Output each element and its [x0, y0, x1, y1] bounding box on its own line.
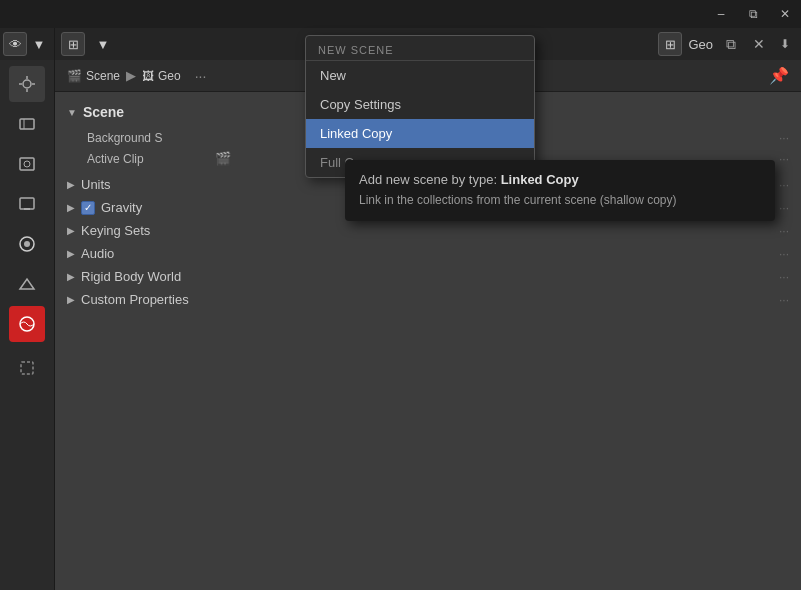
active-clip-label: Active Clip	[87, 152, 207, 166]
dropdown-menu: New Scene New Copy Settings Linked Copy …	[305, 35, 535, 178]
background-label: Background S	[87, 131, 207, 145]
keying-label: Keying Sets	[81, 223, 150, 238]
window-header: – ⧉ ✕	[0, 0, 801, 28]
audio-section[interactable]: ▶ Audio ···	[67, 242, 789, 265]
units-dots: ···	[779, 178, 789, 192]
audio-label: Audio	[81, 246, 114, 261]
gravity-label: Gravity	[101, 200, 142, 215]
units-arrow: ▶	[67, 179, 75, 190]
svg-rect-9	[20, 198, 34, 209]
svg-point-0	[23, 80, 31, 88]
panel-close-button[interactable]: ✕	[749, 34, 769, 54]
scene-icon: 🎬	[67, 69, 82, 83]
tooltip-title: Add new scene by type: Linked Copy	[359, 172, 761, 187]
custom-arrow: ▶	[67, 294, 75, 305]
geo-scene-icon: 🖼	[142, 69, 154, 83]
panel-dropdown[interactable]: ▼	[91, 32, 115, 56]
keying-section[interactable]: ▶ Keying Sets ···	[67, 219, 789, 242]
breadcrumb-arrow: ▶	[126, 68, 136, 83]
sidebar-icon-scene[interactable]	[9, 266, 45, 302]
rigidbody-label: Rigid Body World	[81, 269, 181, 284]
breadcrumb-dots[interactable]: ···	[195, 68, 207, 84]
breadcrumb-scene: 🎬 Scene	[67, 69, 120, 83]
svg-rect-5	[20, 119, 34, 129]
tooltip-description: Link in the collections from the current…	[359, 191, 761, 209]
svg-point-12	[24, 241, 30, 247]
rigidbody-dots: ···	[779, 270, 789, 284]
clip-icon: 🎬	[215, 151, 231, 166]
custom-section[interactable]: ▶ Custom Properties ···	[67, 288, 789, 311]
svg-point-8	[24, 161, 30, 167]
sidebar-icon-world[interactable]	[9, 306, 45, 342]
breadcrumb-geo: 🖼 Geo	[142, 69, 181, 83]
tooltip-highlight: Linked Copy	[501, 172, 579, 187]
background-dots: ···	[779, 131, 789, 145]
svg-rect-7	[20, 158, 34, 170]
svg-rect-14	[21, 362, 33, 374]
panel-type-icon[interactable]: ⊞	[61, 32, 85, 56]
audio-dots: ···	[779, 247, 789, 261]
keying-dots: ···	[779, 224, 789, 238]
gravity-checkbox[interactable]: ✓	[81, 201, 95, 215]
keying-arrow: ▶	[67, 225, 75, 236]
dropdown-item-new[interactable]: New	[306, 61, 534, 90]
sidebar-icon-output[interactable]	[9, 186, 45, 222]
maximize-button[interactable]: ⧉	[745, 6, 761, 22]
scene-section-title: Scene	[83, 104, 124, 120]
left-panel-header: 👁 ▼	[0, 28, 55, 60]
rigidbody-section[interactable]: ▶ Rigid Body World ···	[67, 265, 789, 288]
rigidbody-arrow: ▶	[67, 271, 75, 282]
custom-dots: ···	[779, 293, 789, 307]
dropdown-item-linked-copy[interactable]: Linked Copy	[306, 119, 534, 148]
minimize-button[interactable]: –	[713, 6, 729, 22]
eye-icon: 👁	[9, 37, 22, 52]
geo-icon-btn[interactable]: ⊞	[658, 32, 682, 56]
close-button[interactable]: ✕	[777, 6, 793, 22]
sidebar-icon-object[interactable]	[9, 350, 45, 386]
scene-collapse-arrow: ▼	[67, 107, 77, 118]
sidebar-icon-view3d[interactable]	[9, 226, 45, 262]
copy-window-button[interactable]: ⧉	[719, 32, 743, 56]
sidebar-icon-render[interactable]	[9, 146, 45, 182]
dropdown-section-label: New Scene	[306, 36, 534, 61]
active-clip-dots: ···	[779, 152, 789, 166]
custom-label: Custom Properties	[81, 292, 189, 307]
left-sidebar	[0, 60, 55, 590]
sidebar-icon-view[interactable]	[9, 106, 45, 142]
breadcrumb-pin[interactable]: 📌	[769, 66, 789, 85]
scene-label: Scene	[86, 69, 120, 83]
units-label: Units	[81, 177, 111, 192]
audio-arrow: ▶	[67, 248, 75, 259]
left-panel-icon[interactable]: 👁	[3, 32, 27, 56]
panel-expand-button[interactable]: ⬇	[775, 34, 795, 54]
gravity-dots: ···	[779, 201, 789, 215]
sidebar-icon-tool[interactable]	[9, 66, 45, 102]
geo-label: Geo	[688, 37, 713, 52]
tooltip: Add new scene by type: Linked Copy Link …	[345, 160, 775, 221]
gravity-arrow: ▶	[67, 202, 75, 213]
tooltip-prefix: Add new scene by type:	[359, 172, 501, 187]
dropdown-item-copy-settings[interactable]: Copy Settings	[306, 90, 534, 119]
dropdown-arrow-left[interactable]: ▼	[27, 32, 51, 56]
geo-scene-label: Geo	[158, 69, 181, 83]
